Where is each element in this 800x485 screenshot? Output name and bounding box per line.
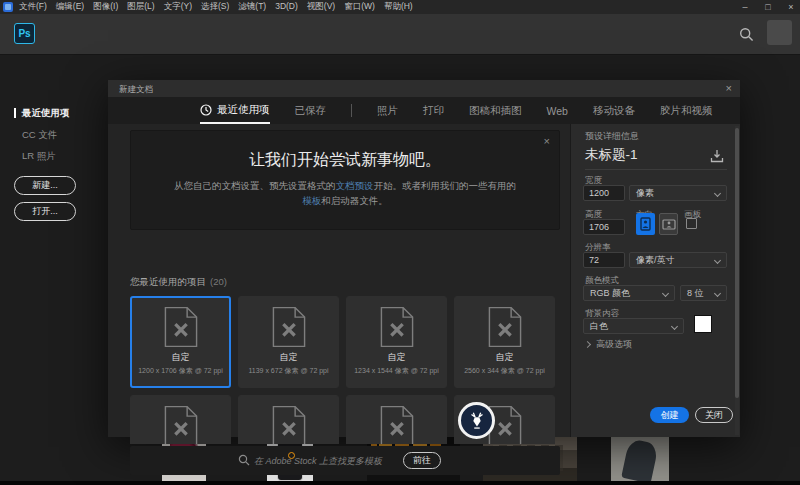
item-dimensions: 1139 x 672 像素 @ 72 ppi xyxy=(248,366,328,376)
sidebar-item-cc-files[interactable]: CC 文件 xyxy=(22,129,57,142)
chevron-down-icon xyxy=(714,190,721,197)
item-dimensions: 1200 x 1706 像素 @ 72 ppi xyxy=(138,366,223,376)
menu-bar: 文件(F) 编辑(E) 图像(I) 图层(L) 文字(Y) 选择(S) 滤镜(T… xyxy=(0,0,800,14)
recent-item-card-1[interactable]: 自定 1200 x 1706 像素 @ 72 ppi xyxy=(130,296,231,388)
scrollbar-thumb[interactable] xyxy=(735,128,739,398)
go-button[interactable]: 前往 xyxy=(403,452,441,469)
dialog-title: 新建文档 xyxy=(119,84,153,96)
missing-file-icon xyxy=(488,306,522,348)
dialog-scrollbar[interactable] xyxy=(735,126,739,435)
chevron-down-icon xyxy=(714,290,721,297)
close-button[interactable]: 关闭 xyxy=(695,407,733,423)
tab-divider xyxy=(351,104,352,117)
tab-film-label: 胶片和视频 xyxy=(660,104,713,118)
background-color-swatch[interactable] xyxy=(694,315,712,333)
item-name: 自定 xyxy=(496,351,514,364)
recent-item-card-3[interactable]: 自定 1234 x 1544 像素 @ 72 ppi xyxy=(346,296,447,388)
menu-edit[interactable]: 编辑(E) xyxy=(56,1,84,13)
doc-presets-link[interactable]: 文档预设 xyxy=(336,180,374,191)
preset-details-panel: 预设详细信息 未标题-1 宽度 像素 高度 方向 画板 xyxy=(570,124,740,437)
units-dropdown[interactable]: 像素 xyxy=(629,185,727,201)
photoshop-window: 文件(F) 编辑(E) 图像(I) 图层(L) 文字(Y) 选择(S) 滤镜(T… xyxy=(0,0,800,485)
stock-search-bar: 前往 xyxy=(130,446,560,475)
bottom-strip xyxy=(0,481,800,485)
tab-recent[interactable]: 最近使用项 xyxy=(200,97,270,124)
tab-film-video[interactable]: 胶片和视频 xyxy=(660,97,713,124)
color-mode-dropdown[interactable]: RGB 颜色 xyxy=(583,285,675,301)
save-preset-icon[interactable] xyxy=(710,149,724,163)
fevte-deer-logo xyxy=(458,402,495,439)
color-mode-value: RGB 颜色 xyxy=(590,287,630,300)
recent-items-header: 您最近使用的项目(20) xyxy=(130,276,227,289)
artboards-checkbox[interactable] xyxy=(686,218,697,229)
tab-saved-label: 已保存 xyxy=(295,104,327,118)
dialog-close-icon[interactable]: × xyxy=(726,82,732,94)
menu-window[interactable]: 窗口(W) xyxy=(344,1,375,13)
chevron-down-icon xyxy=(671,323,678,330)
recent-item-card-7[interactable] xyxy=(346,395,447,444)
workspace-switcher-icon[interactable] xyxy=(767,20,792,45)
menu-type[interactable]: 文字(Y) xyxy=(164,1,192,13)
tab-art-illustration[interactable]: 图稿和插图 xyxy=(469,97,522,124)
tab-print[interactable]: 打印 xyxy=(423,97,444,124)
window-controls: – □ × xyxy=(740,0,796,14)
sidebar-item-recent[interactable]: 最近使用项 xyxy=(22,107,70,120)
recent-item-card-2[interactable]: 自定 1139 x 672 像素 @ 72 ppi xyxy=(238,296,339,388)
recent-item-card-4[interactable]: 自定 2560 x 344 像素 @ 72 ppi xyxy=(454,296,555,388)
resolution-unit-dropdown[interactable]: 像素/英寸 xyxy=(629,252,727,268)
photoshop-logo: Ps xyxy=(14,23,35,44)
templates-link[interactable]: 模板 xyxy=(302,195,321,206)
tab-mobile[interactable]: 移动设备 xyxy=(593,97,635,124)
menu-3d[interactable]: 3D(D) xyxy=(275,1,298,13)
menu-select[interactable]: 选择(S) xyxy=(201,1,229,13)
banner-title: 让我们开始尝试新事物吧。 xyxy=(131,150,559,171)
advanced-options-toggle[interactable]: 高级选项 xyxy=(585,338,632,351)
orientation-portrait-button[interactable] xyxy=(636,213,655,235)
recent-item-card-5[interactable] xyxy=(130,395,231,444)
recent-grid-row-2 xyxy=(130,395,560,444)
item-name: 自定 xyxy=(388,351,406,364)
search-icon[interactable] xyxy=(739,27,754,42)
banner-close-icon[interactable]: × xyxy=(544,135,550,147)
open-file-button[interactable]: 打开... xyxy=(14,202,76,221)
resolution-input[interactable] xyxy=(583,252,625,268)
background-dropdown[interactable]: 白色 xyxy=(583,318,684,334)
item-name: 自定 xyxy=(280,351,298,364)
start-sidebar: 最近使用项 CC 文件 LR 照片 新建... 打开... xyxy=(0,55,108,437)
new-file-button[interactable]: 新建... xyxy=(14,176,76,195)
menu-help[interactable]: 帮助(H) xyxy=(384,1,413,13)
tab-web[interactable]: Web xyxy=(547,97,568,124)
item-dimensions: 2560 x 344 像素 @ 72 ppi xyxy=(464,366,545,376)
maximize-button[interactable]: □ xyxy=(763,2,773,12)
missing-file-icon xyxy=(272,405,306,444)
divider xyxy=(585,169,727,170)
create-button[interactable]: 创建 xyxy=(650,407,689,423)
minimize-button[interactable]: – xyxy=(740,2,750,12)
sidebar-item-lr-photos[interactable]: LR 照片 xyxy=(22,150,56,163)
tab-saved[interactable]: 已保存 xyxy=(295,97,327,124)
tab-photo[interactable]: 照片 xyxy=(377,97,398,124)
menu-image[interactable]: 图像(I) xyxy=(93,1,118,13)
menu-filter[interactable]: 滤镜(T) xyxy=(238,1,266,13)
chevron-right-icon xyxy=(584,341,591,348)
orientation-landscape-button[interactable] xyxy=(659,213,678,235)
search-icon xyxy=(238,454,250,466)
chevron-down-icon xyxy=(662,290,669,297)
clock-icon xyxy=(200,104,212,116)
banner-text-2: 开始。或者利用我们的一些有用的 xyxy=(374,180,517,191)
width-input[interactable] xyxy=(583,185,625,201)
menu-file[interactable]: 文件(F) xyxy=(19,1,47,13)
background-value: 白色 xyxy=(590,320,608,333)
menu-layer[interactable]: 图层(L) xyxy=(127,1,154,13)
window-close-button[interactable]: × xyxy=(786,2,796,12)
menu-view[interactable]: 视图(V) xyxy=(307,1,335,13)
recent-grid-row-1: 自定 1200 x 1706 像素 @ 72 ppi 自定 1139 x 672… xyxy=(130,296,560,388)
advanced-options-label: 高级选项 xyxy=(596,338,632,351)
recent-item-card-6[interactable] xyxy=(238,395,339,444)
recent-thumbnail-person[interactable] xyxy=(611,437,669,481)
height-input[interactable] xyxy=(583,219,625,235)
document-name[interactable]: 未标题-1 xyxy=(585,146,638,164)
dialog-body: × 让我们开始尝试新事物吧。 从您自己的文档设置、预先设置格式的文档预设开始。或… xyxy=(108,124,740,437)
tab-photo-label: 照片 xyxy=(377,104,398,118)
bit-depth-dropdown[interactable]: 8 位 xyxy=(680,285,727,301)
